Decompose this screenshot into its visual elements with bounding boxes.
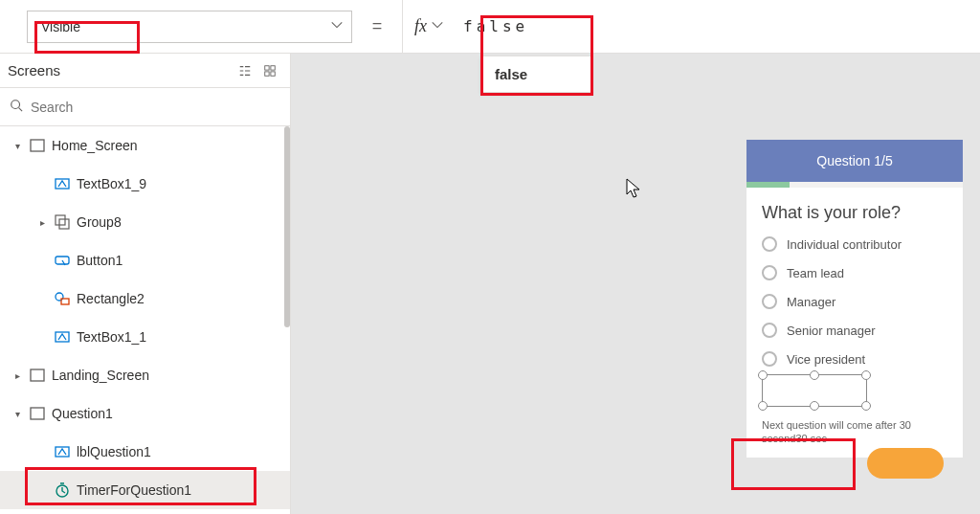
panel-title: Screens — [8, 62, 231, 78]
tree-node-timer[interactable]: TimerForQuestion1 — [0, 471, 290, 509]
property-dropdown[interactable]: Visible — [27, 11, 352, 43]
option-label: Team lead — [787, 266, 844, 280]
tree-node-button[interactable]: Button1 — [0, 241, 290, 279]
design-canvas[interactable]: Question 1/5 What is your role? Individu… — [291, 54, 980, 514]
radio-icon — [762, 351, 777, 367]
svg-rect-14 — [31, 408, 44, 419]
radio-option[interactable]: Individual contributor — [762, 236, 947, 252]
tree-node-question1[interactable]: ▾ Question1 — [0, 394, 290, 433]
timer-icon — [54, 481, 71, 499]
resize-handle[interactable] — [861, 370, 871, 380]
radio-icon — [762, 236, 777, 252]
resize-handle[interactable] — [861, 401, 871, 411]
fx-section: fx — [402, 0, 456, 53]
next-button[interactable] — [867, 448, 944, 479]
svg-rect-1 — [271, 65, 275, 69]
tree-label: Button1 — [77, 253, 122, 268]
resize-handle[interactable] — [758, 401, 768, 411]
svg-rect-7 — [56, 215, 65, 225]
tree-label: TextBox1_9 — [77, 176, 146, 191]
search-icon — [10, 99, 23, 115]
svg-rect-13 — [31, 369, 44, 381]
tree-label: TimerForQuestion1 — [77, 482, 191, 498]
list-view-icon[interactable] — [234, 60, 256, 81]
tree-label: Question1 — [52, 406, 113, 421]
tree-node-label[interactable]: lblQuestion1 — [0, 433, 290, 471]
equals-sign: = — [352, 16, 402, 36]
property-name: Visible — [41, 19, 80, 34]
resize-handle[interactable] — [810, 370, 819, 380]
chevron-down-icon — [330, 18, 344, 34]
cursor-icon — [626, 178, 643, 202]
shape-icon — [54, 290, 71, 307]
svg-rect-3 — [271, 71, 275, 75]
svg-point-4 — [11, 101, 20, 109]
tree-label: Home_Screen — [52, 138, 138, 153]
textbox-icon — [54, 328, 71, 346]
radio-icon — [762, 323, 777, 338]
screen-icon — [29, 405, 46, 422]
caret-down-icon[interactable]: ▾ — [11, 409, 23, 419]
hint-text: Next question will come after 30 second3… — [762, 418, 947, 446]
caret-right-icon[interactable]: ▸ — [11, 370, 23, 381]
screen-icon — [29, 137, 46, 154]
tree-node-textbox[interactable]: TextBox1_9 — [0, 165, 290, 203]
radio-option[interactable]: Senior manager — [762, 323, 947, 338]
search-row — [0, 88, 290, 126]
grid-view-icon[interactable] — [259, 60, 280, 81]
radio-option[interactable]: Vice president — [762, 351, 947, 367]
group-icon — [54, 213, 71, 231]
intellisense-suggestion[interactable]: false — [480, 56, 591, 93]
selected-timer-control[interactable] — [762, 374, 867, 407]
svg-point-10 — [56, 293, 63, 301]
resize-handle[interactable] — [758, 370, 768, 380]
preview-card: Question 1/5 What is your role? Individu… — [746, 140, 963, 458]
formula-input[interactable]: false — [456, 17, 980, 35]
radio-option[interactable]: Team lead — [762, 265, 947, 280]
tree-label: Landing_Screen — [52, 368, 149, 383]
tree-node-rectangle[interactable]: Rectangle2 — [0, 279, 290, 318]
screens-panel: Screens ▾ Home_Screen TextBox1_9 ▸ Group — [0, 54, 291, 514]
preview-title: Question 1/5 — [746, 140, 963, 182]
tree-node-group[interactable]: ▸ Group8 — [0, 203, 290, 241]
tree-node-home-screen[interactable]: ▾ Home_Screen — [0, 126, 290, 165]
tree-label: TextBox1_1 — [77, 329, 146, 345]
question-text: What is your role? — [762, 203, 947, 223]
scrollbar[interactable] — [284, 126, 290, 327]
fx-icon: fx — [414, 16, 427, 36]
textbox-icon — [54, 443, 71, 460]
button-icon — [54, 252, 71, 269]
option-label: Vice president — [787, 352, 865, 367]
radio-option[interactable]: Manager — [762, 294, 947, 309]
screen-icon — [29, 367, 46, 384]
tree-label: Group8 — [77, 214, 122, 230]
option-label: Manager — [787, 295, 835, 309]
option-label: Senior manager — [787, 324, 876, 338]
formula-bar: Visible = fx false — [0, 0, 980, 54]
tree-view: ▾ Home_Screen TextBox1_9 ▸ Group8 Button… — [0, 126, 290, 514]
search-input[interactable] — [31, 100, 280, 115]
panel-header: Screens — [0, 54, 290, 88]
svg-rect-8 — [59, 219, 69, 229]
option-label: Individual contributor — [787, 237, 902, 252]
svg-rect-0 — [265, 65, 269, 69]
radio-icon — [762, 265, 777, 280]
caret-right-icon[interactable]: ▸ — [36, 217, 48, 228]
svg-rect-5 — [31, 140, 44, 151]
tree-node-landing-screen[interactable]: ▸ Landing_Screen — [0, 356, 290, 394]
chevron-down-icon[interactable] — [431, 18, 444, 34]
resize-handle[interactable] — [810, 401, 819, 411]
tree-label: lblQuestion1 — [77, 444, 151, 459]
svg-rect-2 — [265, 71, 269, 75]
tree-label: Rectangle2 — [77, 291, 145, 306]
caret-down-icon[interactable]: ▾ — [11, 141, 23, 151]
textbox-icon — [54, 175, 71, 192]
tree-node-textbox[interactable]: TextBox1_1 — [0, 318, 290, 356]
radio-icon — [762, 294, 777, 309]
